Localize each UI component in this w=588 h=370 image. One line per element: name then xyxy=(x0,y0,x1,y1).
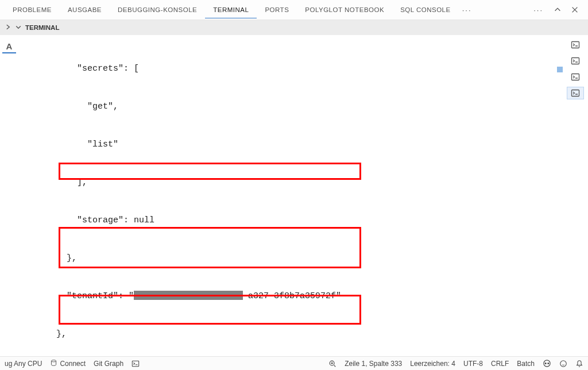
terminal-instance-icon[interactable] xyxy=(567,87,584,99)
svg-point-7 xyxy=(544,360,550,367)
scrollbar-thumb[interactable] xyxy=(557,67,563,72)
sb-connect[interactable]: Connect xyxy=(50,359,86,368)
activity-bar: A xyxy=(0,35,18,356)
term-line: "secrets": [ xyxy=(36,63,563,75)
status-bar: ug Any CPU Connect Git Graph Zeile 1, Sp… xyxy=(0,356,588,370)
sb-zoom-icon[interactable] xyxy=(328,360,336,368)
term-line: }, xyxy=(36,328,563,341)
sb-bell-icon[interactable] xyxy=(575,360,583,368)
main-area: A "secrets": [ "get", "list" ], "storage… xyxy=(0,35,588,356)
svg-point-8 xyxy=(545,363,546,364)
tab-probleme[interactable]: PROBLEME xyxy=(5,2,60,18)
sb-debug-target[interactable]: ug Any CPU xyxy=(5,360,42,368)
tab-debugging[interactable]: DEBUGGING-KONSOLE xyxy=(110,2,205,18)
database-icon xyxy=(50,359,57,368)
terminal-output[interactable]: "secrets": [ "get", "list" ], "storage":… xyxy=(18,35,563,356)
tab-sql[interactable]: SQL CONSOLE xyxy=(392,2,459,18)
panel-more-icon[interactable]: ··· xyxy=(530,6,547,14)
chevron-right-icon[interactable] xyxy=(5,24,11,32)
term-line: "tenantId": "-a327-3f8b7a35972f" xyxy=(36,290,563,303)
svg-rect-5 xyxy=(132,361,138,367)
terminal-instance-icon[interactable] xyxy=(567,55,584,67)
sb-git-graph[interactable]: Git Graph xyxy=(94,360,123,368)
sb-copilot-icon[interactable] xyxy=(543,359,551,368)
tabs-overflow[interactable]: ··· xyxy=(459,6,475,14)
svg-rect-2 xyxy=(572,74,579,80)
svg-rect-1 xyxy=(572,58,579,64)
term-line: "list" xyxy=(36,138,563,151)
sb-feedback-icon[interactable] xyxy=(559,360,567,368)
sb-eol[interactable]: CRLF xyxy=(491,360,509,368)
sb-indentation[interactable]: Leerzeichen: 4 xyxy=(410,360,455,368)
terminal-instance-icon[interactable] xyxy=(567,71,584,83)
panel-chevron-up-icon[interactable] xyxy=(551,3,564,16)
svg-rect-3 xyxy=(572,90,579,97)
sb-language-mode[interactable]: Batch xyxy=(517,360,535,368)
term-line: }, xyxy=(36,252,563,265)
redacted-block xyxy=(134,291,243,300)
term-line: "get", xyxy=(36,101,563,113)
svg-point-10 xyxy=(560,360,567,367)
panel-title: TERMINAL xyxy=(25,24,59,31)
sb-encoding[interactable]: UTF-8 xyxy=(463,360,483,368)
tab-ausgabe[interactable]: AUSGABE xyxy=(60,2,110,18)
azure-icon[interactable]: A xyxy=(2,40,16,53)
terminal-instance-icon[interactable] xyxy=(567,38,584,51)
term-line: ], xyxy=(36,176,563,189)
panel-header: TERMINAL xyxy=(0,20,588,35)
tab-terminal[interactable]: TERMINAL xyxy=(205,2,257,18)
panel-close-icon[interactable] xyxy=(568,3,581,16)
sb-cursor-position[interactable]: Zeile 1, Spalte 333 xyxy=(345,360,402,368)
chevron-down-icon[interactable] xyxy=(15,24,22,32)
term-line: "storage": null xyxy=(36,214,563,227)
panel-tabs: PROBLEME AUSGABE DEBUGGING-KONSOLE TERMI… xyxy=(0,0,588,20)
sb-terminal-icon[interactable] xyxy=(131,360,140,368)
svg-rect-0 xyxy=(572,42,579,48)
svg-point-9 xyxy=(548,363,549,364)
tab-polyglot[interactable]: POLYGLOT NOTEBOOK xyxy=(297,2,392,18)
terminal-list-rail xyxy=(563,35,588,356)
svg-point-4 xyxy=(52,360,56,361)
tab-ports[interactable]: PORTS xyxy=(257,2,297,18)
